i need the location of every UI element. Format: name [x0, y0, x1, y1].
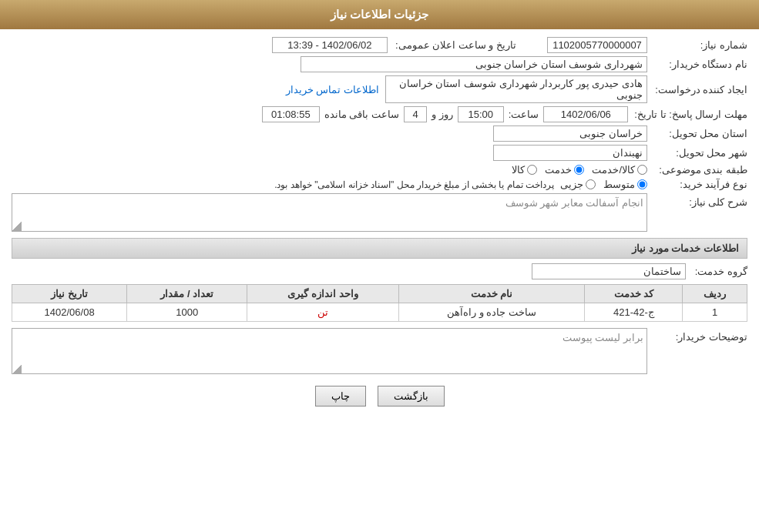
announce-datetime-label: تاریخ و ساعت اعلان عمومی:	[395, 39, 516, 51]
province-value: خراسان جنوبی	[493, 125, 647, 142]
category-khedmat-radio[interactable]	[574, 165, 584, 175]
col-header-date: تاریخ نیاز	[12, 285, 127, 303]
row-need-description: شرح کلی نیاز: انجام آسفالت معابر شهر شوس…	[12, 193, 747, 232]
send-remaining-label: ساعت باقی مانده	[324, 109, 399, 120]
cell-qty: 1000	[127, 303, 247, 322]
page-title: جزئیات اطلاعات نیاز	[331, 8, 428, 21]
button-row: بازگشت چاپ	[12, 386, 747, 407]
back-button[interactable]: بازگشت	[378, 386, 445, 407]
category-kala-khedmat-radio[interactable]	[637, 165, 647, 175]
creator-value: هادی حیدری پور کاربردار شهرداری شوسف است…	[385, 75, 647, 103]
buyer-notes-resize-handle[interactable]	[12, 364, 22, 373]
col-header-code: کد خدمت	[585, 285, 683, 303]
row-category: طبقه بندی موضوعی: کالا/خدمت خدمت کالا	[12, 164, 747, 176]
buyer-org-label: نام دستگاه خریدار:	[647, 59, 747, 70]
page-header: جزئیات اطلاعات نیاز	[0, 0, 759, 29]
col-header-unit: واحد اندازه گیری	[247, 285, 399, 303]
send-deadline-label: مهلت ارسال پاسخ: تا تاریخ:	[628, 109, 747, 120]
buyer-notes-container: برابر لیست پیوست	[12, 328, 647, 374]
need-description-container: انجام آسفالت معابر شهر شوسف	[12, 193, 647, 232]
send-time-value: 15:00	[458, 106, 504, 122]
purchase-type-label: نوع فرآیند خرید:	[647, 179, 747, 190]
cell-code: ج-42-421	[585, 303, 683, 322]
table-row: 1 ج-42-421 ساخت جاده و راه‌آهن تن 1000 1…	[12, 303, 747, 322]
category-kala-khedmat-label: کالا/خدمت	[592, 164, 635, 176]
purchase-motavaset-label: متوسط	[603, 179, 635, 190]
send-days-value: 4	[404, 106, 427, 122]
category-khedmat-label: خدمت	[545, 164, 572, 176]
category-kala-khedmat: کالا/خدمت	[592, 164, 647, 176]
row-city: شهر محل تحویل: نهبندان	[12, 145, 747, 161]
creator-label: ایجاد کننده درخواست:	[647, 84, 747, 95]
col-header-row: ردیف	[683, 285, 747, 303]
cell-row: 1	[683, 303, 747, 322]
need-number-value: 1102005770000007	[547, 37, 647, 53]
print-button[interactable]: چاپ	[315, 386, 366, 407]
services-section-title: اطلاعات خدمات مورد نیاز	[12, 238, 747, 259]
category-kala: کالا	[512, 164, 537, 176]
category-radio-group: کالا/خدمت خدمت کالا	[512, 164, 647, 176]
row-purchase-type: نوع فرآیند خرید: متوسط جزیی پرداخت تمام …	[12, 179, 747, 190]
purchase-jozi-radio[interactable]	[586, 179, 596, 189]
city-label: شهر محل تحویل:	[647, 147, 747, 159]
contact-link[interactable]: اطلاعات تماس خریدار	[286, 84, 379, 95]
cell-unit: تن	[247, 303, 399, 322]
need-number-label: شماره نیاز:	[647, 39, 747, 51]
purchase-motavaset-radio[interactable]	[637, 179, 647, 189]
announce-datetime-value: 1402/06/02 - 13:39	[272, 37, 388, 53]
buyer-notes-value: برابر لیست پیوست	[563, 332, 643, 343]
services-table: ردیف کد خدمت نام خدمت واحد اندازه گیری ت…	[12, 284, 747, 322]
purchase-jozi: جزیی	[560, 179, 596, 190]
category-khedmat: خدمت	[545, 164, 584, 176]
group-service-label: گروه خدمت:	[686, 266, 747, 277]
resize-handle[interactable]	[12, 222, 22, 231]
city-value: نهبندان	[493, 145, 647, 161]
row-buyer-notes: توضیحات خریدار: برابر لیست پیوست	[12, 328, 747, 374]
group-service-value: ساختمان	[532, 263, 686, 279]
purchase-type-note: پرداخت تمام یا بخشی از مبلغ خریدار محل "…	[274, 179, 554, 190]
purchase-jozi-label: جزیی	[560, 179, 583, 190]
category-kala-radio[interactable]	[527, 165, 537, 175]
col-header-qty: تعداد / مقدار	[127, 285, 247, 303]
main-content: شماره نیاز: 1102005770000007 تاریخ و ساع…	[0, 29, 759, 426]
cell-date: 1402/06/08	[12, 303, 127, 322]
row-group-service: گروه خدمت: ساختمان	[12, 263, 747, 279]
row-province: استان محل تحویل: خراسان جنوبی	[12, 125, 747, 142]
row-need-number: شماره نیاز: 1102005770000007 تاریخ و ساع…	[12, 37, 747, 53]
buyer-notes-label: توضیحات خریدار:	[647, 328, 747, 343]
category-label: طبقه بندی موضوعی:	[647, 164, 747, 176]
send-days-label: روز و	[432, 109, 453, 120]
page-wrapper: جزئیات اطلاعات نیاز شماره نیاز: 11020057…	[0, 0, 759, 532]
need-description-value: انجام آسفالت معابر شهر شوسف	[505, 197, 643, 209]
row-deadline: مهلت ارسال پاسخ: تا تاریخ: 1402/06/06 سا…	[12, 106, 747, 122]
buyer-org-value: شهرداری شوسف استان خراسان جنوبی	[301, 56, 647, 72]
need-description-label: شرح کلی نیاز:	[647, 193, 747, 208]
col-header-name: نام خدمت	[398, 285, 584, 303]
row-buyer-org: نام دستگاه خریدار: شهرداری شوسف استان خر…	[12, 56, 747, 72]
province-label: استان محل تحویل:	[647, 128, 747, 139]
send-date-value: 1402/06/06	[543, 106, 628, 122]
purchase-motavaset: متوسط	[603, 179, 647, 190]
category-kala-label: کالا	[512, 164, 525, 176]
send-remaining-value: 01:08:55	[262, 106, 320, 122]
cell-name: ساخت جاده و راه‌آهن	[398, 303, 584, 322]
purchase-type-radio-group: متوسط جزیی	[560, 179, 647, 190]
send-time-label: ساعت:	[509, 109, 539, 120]
row-creator: ایجاد کننده درخواست: هادی حیدری پور کارب…	[12, 75, 747, 103]
